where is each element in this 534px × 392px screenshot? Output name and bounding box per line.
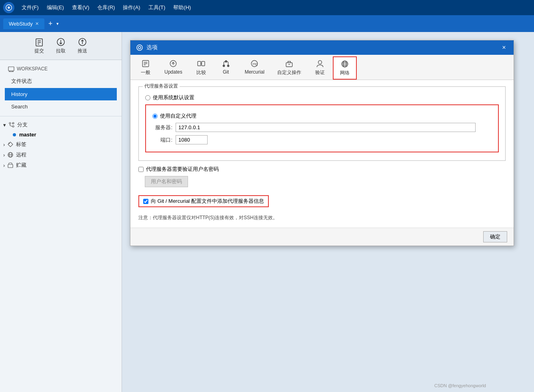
git-label[interactable]: 向 Git / Mercurial 配置文件中添加代理服务器信息: [151, 198, 264, 205]
port-input[interactable]: [176, 135, 208, 144]
menu-repo[interactable]: 仓库(R): [94, 2, 118, 13]
pull-button[interactable]: 拉取: [56, 37, 66, 54]
section-title: 代理服务器设置: [143, 83, 180, 90]
credentials-button[interactable]: 用户名和密码: [145, 176, 188, 187]
server-input[interactable]: [176, 123, 476, 132]
pull-label: 拉取: [56, 48, 66, 54]
svg-text:Hg: Hg: [253, 62, 258, 66]
main-layout: 提交 拉取 推送: [0, 32, 534, 392]
tab-mercurial-label: Mercurial: [245, 69, 264, 75]
svg-point-20: [9, 143, 10, 144]
branches-header[interactable]: ▾ 分支: [0, 120, 122, 130]
radio-system-row: 使用系统默认设置: [145, 94, 499, 101]
svg-line-18: [10, 126, 12, 126]
custom-proxy-box: 使用自定义代理 服务器: 端口:: [145, 104, 499, 152]
tab-network-label: 网络: [340, 70, 350, 76]
dialog-title-group: 选项: [136, 44, 158, 51]
radio-custom[interactable]: [152, 114, 158, 119]
svg-rect-33: [198, 62, 201, 66]
radio-system-label[interactable]: 使用系统默认设置: [153, 94, 194, 101]
menu-view[interactable]: 查看(V): [69, 2, 92, 13]
server-label: 服务器:: [152, 124, 172, 131]
svg-point-36: [223, 65, 224, 66]
dialog-title-text: 选项: [146, 44, 158, 51]
port-label: 端口:: [152, 136, 172, 144]
sidebar: 提交 拉取 推送: [0, 32, 122, 392]
tab-dropdown-button[interactable]: ▾: [55, 20, 60, 27]
radio-custom-label[interactable]: 使用自定义代理: [160, 112, 196, 120]
file-status-item[interactable]: 文件状态: [5, 74, 117, 88]
stash-header[interactable]: › 贮藏: [0, 160, 122, 170]
app-logo: [3, 2, 14, 13]
search-item[interactable]: Search: [5, 100, 117, 113]
note-text: 注意：代理服务器设置仅对HTTP(S)连接有效，对SSH连接无效。: [138, 214, 506, 221]
options-dialog: 选项 × 一般: [130, 40, 514, 246]
tab-git[interactable]: Git: [214, 56, 238, 80]
chevron-right-icon-2: ›: [3, 152, 5, 158]
chevron-right-icon-3: ›: [3, 162, 5, 168]
tab-compare[interactable]: 比较: [189, 56, 213, 80]
tab-general[interactable]: 一般: [134, 56, 158, 80]
new-tab-button[interactable]: +: [46, 19, 55, 29]
tab-network[interactable]: 网络: [333, 56, 357, 80]
commit-button[interactable]: 提交: [34, 37, 44, 54]
confirm-button[interactable]: 确定: [483, 231, 507, 242]
main-tab[interactable]: WebStudy ✕: [3, 18, 44, 29]
auth-checkbox[interactable]: [138, 167, 144, 172]
watermark: CSDN @fengyehongworld: [434, 383, 486, 388]
proxy-section: 代理服务器设置 使用系统默认设置 使用自定义代理 服务器:: [138, 86, 506, 161]
master-branch[interactable]: master: [0, 130, 122, 139]
master-label: master: [19, 132, 36, 138]
branch-dot: [13, 133, 16, 136]
dialog-close-button[interactable]: ×: [500, 44, 508, 52]
chevron-down-icon: ▾: [3, 122, 6, 128]
tab-custom-label: 自定义操作: [277, 69, 301, 76]
menu-action[interactable]: 操作(A): [120, 2, 143, 13]
tab-custom-action[interactable]: 自定义操作: [271, 56, 307, 80]
history-item[interactable]: History: [5, 88, 117, 100]
tab-close-button[interactable]: ✕: [35, 21, 39, 26]
auth-checkbox-row: 代理服务器需要验证用户名密码: [138, 166, 506, 173]
svg-point-14: [9, 122, 11, 124]
tab-auth[interactable]: 验证: [308, 56, 332, 80]
svg-rect-34: [202, 62, 205, 66]
git-checkbox[interactable]: [143, 199, 148, 204]
tab-git-label: Git: [223, 69, 229, 75]
workspace-section: WORKSPACE 文件状态 History Search: [0, 60, 122, 116]
auth-label[interactable]: 代理服务器需要验证用户名密码: [146, 166, 219, 173]
dialog-content: 代理服务器设置 使用系统默认设置 使用自定义代理 服务器:: [130, 80, 514, 228]
tab-auth-label: 验证: [315, 69, 325, 76]
sidebar-tree: ▾ 分支 master ›: [0, 116, 122, 174]
tab-compare-label: 比较: [196, 69, 206, 76]
push-button[interactable]: 推送: [78, 37, 87, 54]
content-area: 选项 × 一般: [122, 32, 534, 392]
radio-system[interactable]: [145, 95, 150, 100]
dialog-footer: 确定: [130, 228, 514, 246]
branches-label: 分支: [17, 121, 28, 128]
port-row: 端口:: [152, 135, 492, 144]
menu-edit[interactable]: 编辑(E): [44, 2, 67, 13]
svg-rect-24: [8, 164, 13, 168]
radio-custom-row: 使用自定义代理: [152, 112, 492, 120]
push-label: 推送: [78, 48, 87, 54]
toolbar: 提交 拉取 推送: [0, 32, 122, 60]
menu-tools[interactable]: 工具(T): [145, 2, 169, 13]
menu-help[interactable]: 帮助(H): [170, 2, 194, 13]
tab-updates-label: Updates: [164, 69, 182, 75]
tab-general-label: 一般: [141, 69, 150, 76]
tab-updates[interactable]: Updates: [158, 56, 188, 80]
tags-header[interactable]: › 标签: [0, 139, 122, 150]
svg-point-15: [12, 126, 14, 127]
svg-point-1: [8, 6, 10, 8]
svg-point-25: [137, 45, 142, 50]
tags-label: 标签: [16, 141, 26, 148]
workspace-item[interactable]: WORKSPACE: [5, 63, 117, 74]
svg-point-43: [318, 60, 322, 64]
remote-header[interactable]: › 远程: [0, 150, 122, 160]
menu-file[interactable]: 文件(F): [18, 2, 42, 13]
commit-label: 提交: [34, 48, 44, 54]
tab-label: WebStudy: [9, 21, 33, 27]
workspace-label: WORKSPACE: [17, 66, 48, 72]
tab-mercurial[interactable]: Hg Mercurial: [239, 56, 270, 80]
svg-point-38: [225, 60, 227, 62]
